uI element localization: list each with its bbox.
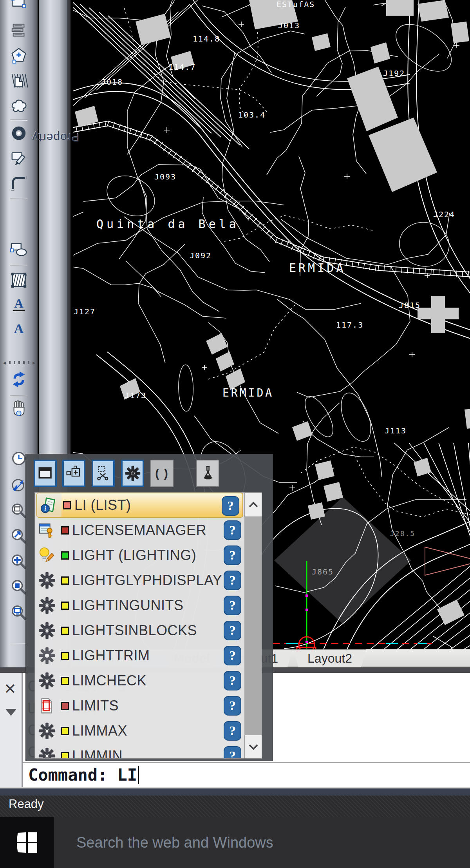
search-placeholder: Search the web and Windows: [76, 834, 273, 851]
help-button[interactable]: ?: [224, 646, 241, 665]
map-label: 114.7: [168, 62, 196, 72]
help-button[interactable]: ?: [224, 571, 241, 590]
scroll-up-button[interactable]: [244, 493, 262, 517]
autocomplete-item-limcheck[interactable]: LIMCHECK?: [35, 668, 244, 693]
hatch-area-icon: [10, 72, 28, 90]
autocomplete-item-lightingunits[interactable]: LIGHTINGUNITS?: [35, 593, 244, 618]
autocomplete-item-label: LIMITS: [72, 698, 119, 714]
autocomplete-item-label: LIMMIN: [72, 748, 123, 759]
command-type-badge: [61, 602, 69, 610]
tab-layout2[interactable]: Layout2: [293, 649, 366, 667]
autocomplete-item-limmax[interactable]: LIMMAX?: [35, 718, 244, 743]
filter-window-button[interactable]: [34, 460, 57, 487]
status-bar: Ready: [0, 787, 470, 817]
chevron-down-icon[interactable]: [5, 709, 16, 716]
map-label: ERMIDA: [222, 386, 274, 399]
command-type-badge: [61, 727, 69, 735]
autocomplete-item-lighttrim[interactable]: LIGHTTRIM?: [35, 643, 244, 668]
layers-button[interactable]: [9, 21, 28, 40]
svg-text:A: A: [14, 296, 24, 310]
help-button[interactable]: ?: [224, 721, 241, 741]
autocomplete-item-label: LIMCHECK: [72, 672, 146, 689]
autocomplete-item-lightsinblocks[interactable]: LIGHTSINBLOCKS?: [35, 618, 244, 643]
autocomplete-item-light[interactable]: LIGHT (LIGHTING)?: [35, 543, 244, 568]
sync-icon: [10, 370, 28, 388]
cut-icon: [95, 465, 112, 482]
command-type-badge: [61, 576, 69, 585]
help-button[interactable]: ?: [222, 496, 239, 516]
popup-scrollbar[interactable]: [244, 493, 262, 759]
bulb-icon: [35, 543, 59, 568]
map-label: ERMIDA: [289, 261, 345, 275]
text-cursor: [138, 766, 139, 784]
help-button[interactable]: ?: [224, 520, 241, 540]
help-button[interactable]: ?: [224, 596, 241, 615]
map-label: J013: [278, 21, 300, 30]
help-button[interactable]: ?: [224, 671, 241, 690]
window-icon: [37, 465, 54, 482]
command-type-badge: [61, 526, 69, 535]
command-type-badge: [61, 677, 69, 685]
layers-icon: [10, 22, 28, 40]
map-label: J127: [74, 307, 96, 316]
start-button[interactable]: [0, 817, 54, 868]
help-button[interactable]: ?: [224, 545, 241, 565]
property-palette-title: Property: [32, 131, 79, 144]
autocomplete-item-label: LIMMAX: [72, 723, 127, 739]
toolbar-grip[interactable]: ◂▸: [3, 360, 35, 365]
revcloud-button[interactable]: [9, 96, 28, 115]
text-icon: A: [10, 319, 28, 337]
info-page-icon: i: [37, 493, 61, 517]
help-button[interactable]: ?: [224, 696, 241, 716]
scroll-down-button[interactable]: [244, 735, 262, 759]
autocomplete-item-limmin[interactable]: LIMMIN?: [35, 743, 244, 759]
help-button[interactable]: ?: [224, 746, 241, 759]
text-button[interactable]: A: [9, 319, 28, 338]
autocomplete-item-label: LIGHTTRIM: [72, 647, 150, 664]
status-text: Ready: [9, 797, 44, 811]
filter-flask-button[interactable]: [196, 460, 219, 487]
polygon-button[interactable]: [9, 46, 28, 65]
close-icon[interactable]: ✕: [4, 681, 16, 696]
filter-gear-lock-button[interactable]: [121, 460, 144, 487]
marker-board-button[interactable]: [9, 149, 28, 167]
pan-hand-button[interactable]: [9, 399, 28, 418]
gear-icon: [35, 668, 59, 693]
rectangle-icon: [10, 0, 28, 12]
polygon-icon: [10, 47, 28, 65]
hatch-button[interactable]: [9, 271, 28, 290]
toolbar-divider: [10, 643, 27, 644]
mtext-button[interactable]: A: [9, 295, 28, 314]
fillet-icon: [10, 174, 28, 192]
autocomplete-item-lightglyphdisplay[interactable]: LIGHTGLYPHDISPLAY?: [35, 568, 244, 593]
license-icon: [35, 518, 59, 543]
toolbar-divider: [10, 120, 27, 121]
fillet-button[interactable]: [9, 174, 28, 192]
autocomplete-item-li[interactable]: iLI (LIST)?: [36, 493, 243, 518]
hatch-area-button[interactable]: [9, 71, 28, 90]
map-label: J815: [399, 301, 421, 310]
map-label: J018: [101, 77, 123, 87]
region-button[interactable]: [9, 240, 28, 259]
help-button[interactable]: ?: [224, 621, 241, 640]
map-label: 114.8: [193, 34, 220, 43]
autocomplete-item-label: LI (LIST): [74, 497, 131, 513]
hatch-icon: [10, 271, 28, 289]
flask-icon: [200, 465, 216, 482]
map-label: ESTufAS: [277, 0, 315, 9]
command-input[interactable]: Command: LI: [23, 762, 470, 787]
autocomplete-item-limits[interactable]: LIMITS?: [35, 693, 244, 718]
rectangle-button[interactable]: [9, 0, 28, 13]
autocomplete-item-licensemanager[interactable]: LICENSEMANAGER?: [35, 518, 244, 543]
sync-button[interactable]: [9, 370, 28, 389]
statusbar-texture: [0, 795, 470, 817]
donut-button[interactable]: [9, 124, 28, 143]
command-autocomplete-popup: ( ) iLI (LIST)?LICENSEMANAGER?LIGHT (LIG…: [25, 454, 273, 761]
map-label: J093: [154, 172, 176, 181]
autocomplete-item-label: LIGHT (LIGHTING): [72, 547, 196, 564]
filter-cut-button[interactable]: [92, 460, 115, 487]
toolbar-divider: [10, 395, 27, 396]
taskbar-search-input[interactable]: Search the web and Windows: [54, 817, 470, 868]
filter-blocks-plus-button[interactable]: [62, 460, 85, 487]
filter-parens-button[interactable]: ( ): [150, 460, 174, 487]
